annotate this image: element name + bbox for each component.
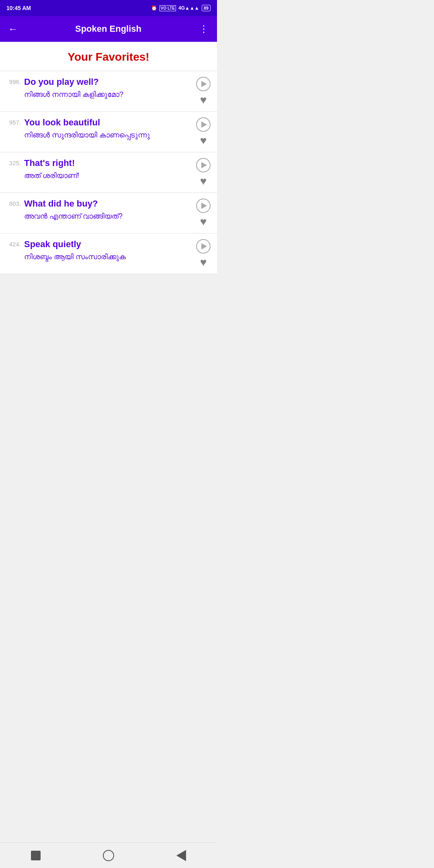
item-actions: ♥ [192, 239, 211, 268]
signal-icon: 4G▲▲▲ [178, 5, 199, 11]
app-bar: ← Spoken English ⋮ [0, 16, 217, 42]
item-english: That's right! [24, 158, 192, 168]
play-icon [201, 203, 207, 209]
play-icon [201, 121, 207, 128]
list-item: 803. What did he buy? അവൻ എന്താണ് വാങ്ങി… [0, 193, 217, 233]
favorite-button[interactable]: ♥ [200, 135, 207, 146]
play-button[interactable] [196, 77, 211, 91]
empty-area [0, 274, 217, 467]
alarm-icon: ⏰ [151, 5, 157, 11]
item-actions: ♥ [192, 199, 211, 227]
play-button[interactable] [196, 239, 211, 254]
item-number: 957. [6, 117, 24, 146]
item-number: 424. [6, 239, 24, 268]
item-malayalam: അവൻ എന്താണ് വാങ്ങിയത്? [24, 212, 192, 221]
item-malayalam: നിങ്ങൾ നന്നായി കളിക്കുമോ? [24, 90, 192, 99]
item-content: Do you play well? നിങ്ങൾ നന്നായി കളിക്കു… [24, 77, 192, 106]
item-content: That's right! അത് ശരിയാണ്! [24, 158, 192, 187]
item-content: Speak quietly നിശബ്ദം ആയി സംസാരിക്കുക [24, 239, 192, 268]
volte-icon: VO LTE [160, 5, 176, 11]
menu-button[interactable]: ⋮ [199, 23, 209, 35]
favorite-button[interactable]: ♥ [200, 257, 207, 268]
play-icon [201, 243, 207, 250]
item-english: Speak quietly [24, 239, 192, 250]
item-content: What did he buy? അവൻ എന്താണ് വാങ്ങിയത്? [24, 199, 192, 227]
back-button[interactable]: ← [8, 23, 18, 35]
play-icon [201, 162, 207, 168]
favorite-button[interactable]: ♥ [200, 94, 207, 106]
item-actions: ♥ [192, 158, 211, 187]
item-english: Do you play well? [24, 77, 192, 87]
status-icons: ⏰ VO LTE 4G▲▲▲ 89 [151, 5, 211, 11]
status-time: 10:45 AM [6, 5, 31, 11]
item-number: 325. [6, 158, 24, 187]
item-content: You look beautiful നിങ്ങൾ സുന്ദരിയായി കാ… [24, 117, 192, 146]
item-actions: ♥ [192, 117, 211, 146]
item-malayalam: നിശബ്ദം ആയി സംസാരിക്കുക [24, 253, 192, 261]
status-bar: 10:45 AM ⏰ VO LTE 4G▲▲▲ 89 [0, 0, 217, 16]
item-english: You look beautiful [24, 117, 192, 128]
favorites-list: 996. Do you play well? നിങ്ങൾ നന്നായി കള… [0, 71, 217, 274]
play-button[interactable] [196, 117, 211, 132]
item-english: What did he buy? [24, 199, 192, 209]
item-malayalam: അത് ശരിയാണ്! [24, 172, 192, 180]
page-title: Your Favorites! [0, 42, 217, 71]
app-title: Spoken English [75, 24, 141, 34]
item-number: 803. [6, 199, 24, 227]
item-number: 996. [6, 77, 24, 106]
favorite-button[interactable]: ♥ [200, 216, 207, 227]
favorite-button[interactable]: ♥ [200, 176, 207, 187]
list-item: 325. That's right! അത് ശരിയാണ്! ♥ [0, 152, 217, 193]
battery-indicator: 89 [202, 5, 211, 11]
item-actions: ♥ [192, 77, 211, 106]
play-button[interactable] [196, 158, 211, 172]
item-malayalam: നിങ്ങൾ സുന്ദരിയായി കാണപ്പെടുന്നു [24, 131, 192, 139]
list-item: 957. You look beautiful നിങ്ങൾ സുന്ദരിയാ… [0, 112, 217, 152]
list-item: 996. Do you play well? നിങ്ങൾ നന്നായി കള… [0, 71, 217, 112]
play-button[interactable] [196, 199, 211, 213]
play-icon [201, 81, 207, 87]
list-item: 424. Speak quietly നിശബ്ദം ആയി സംസാരിക്ക… [0, 233, 217, 274]
